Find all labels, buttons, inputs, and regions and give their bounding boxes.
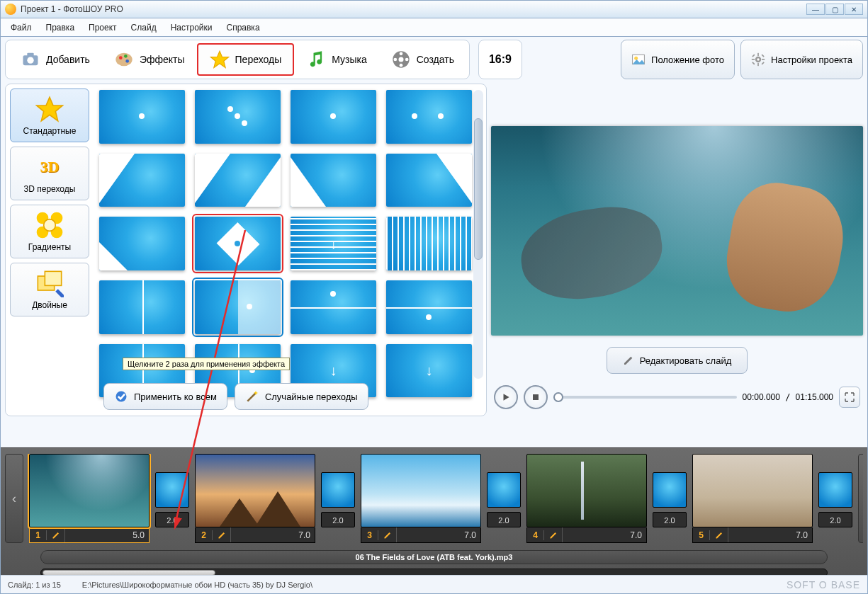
slide-edit-button[interactable] xyxy=(710,527,728,542)
svg-point-31 xyxy=(44,219,56,232)
transition-item[interactable] xyxy=(291,280,376,334)
maximize-button[interactable]: ▢ xyxy=(825,4,844,15)
menu-slide[interactable]: Слайд xyxy=(124,20,164,35)
timeline-next-button[interactable]: › xyxy=(858,454,863,543)
transition-item[interactable] xyxy=(99,154,185,207)
timeline-slide[interactable]: 57.0 xyxy=(692,454,813,543)
transition-duration[interactable]: 2.0 xyxy=(155,512,189,527)
slide-duration[interactable]: 5.0 xyxy=(65,530,149,540)
transition-item[interactable] xyxy=(195,90,281,144)
menu-edit[interactable]: Правка xyxy=(39,20,82,35)
transition-duration[interactable]: 2.0 xyxy=(487,512,521,527)
category-double[interactable]: Двойные xyxy=(10,263,89,316)
edit-slide-button[interactable]: Редактировать слайд xyxy=(607,347,748,374)
svg-point-11 xyxy=(405,58,409,62)
svg-point-1 xyxy=(27,57,33,64)
slide-duration[interactable]: 7.0 xyxy=(231,530,315,540)
slide-number: 5 xyxy=(693,530,710,540)
slide-duration[interactable]: 7.0 xyxy=(563,530,646,540)
category-double-label: Двойные xyxy=(32,300,67,310)
svg-rect-23 xyxy=(752,62,755,64)
photo-position-button[interactable]: Положение фото xyxy=(621,40,735,79)
tool-tabs: Добавить Эффекты Переходы Музыка Создать xyxy=(5,40,470,79)
transition-item[interactable] xyxy=(99,90,185,144)
svg-point-15 xyxy=(634,57,638,60)
apply-icon xyxy=(114,389,128,404)
timeline-transition[interactable]: 2.0 xyxy=(155,454,189,527)
transition-item[interactable]: ↓ xyxy=(386,344,472,398)
transition-item[interactable] xyxy=(386,280,472,334)
transition-item[interactable] xyxy=(195,154,281,207)
transition-item[interactable] xyxy=(291,90,376,144)
timeline-slide[interactable]: 47.0 xyxy=(526,454,647,543)
svg-rect-24 xyxy=(762,62,765,64)
timeline-transition[interactable]: 2.0 xyxy=(321,454,355,527)
project-settings-label: Настройки проекта xyxy=(771,55,852,65)
slide-edit-button[interactable] xyxy=(544,527,563,542)
reel-icon xyxy=(391,50,411,69)
transition-item[interactable] xyxy=(386,154,472,207)
menu-project[interactable]: Проект xyxy=(81,20,124,35)
transition-item[interactable] xyxy=(386,90,472,144)
fullscreen-button[interactable] xyxy=(839,387,860,408)
timeline-slide[interactable]: 27.0 xyxy=(195,454,315,543)
category-3d[interactable]: 3D 3D переходы xyxy=(10,147,89,200)
tab-add[interactable]: Добавить xyxy=(9,43,102,76)
preview-panel: Редактировать слайд 00:00.000 / 01:15.00… xyxy=(491,84,863,416)
slide-edit-button[interactable] xyxy=(47,527,65,542)
pencil-icon xyxy=(52,531,60,539)
tab-music[interactable]: Музыка xyxy=(294,43,379,76)
tab-effects[interactable]: Эффекты xyxy=(102,43,197,76)
slide-number: 3 xyxy=(361,530,378,540)
apply-all-button[interactable]: Применить ко всем xyxy=(103,383,227,410)
transition-item[interactable] xyxy=(386,217,472,270)
slide-edit-button[interactable] xyxy=(213,527,231,542)
transition-item[interactable] xyxy=(99,217,185,270)
slide-duration[interactable]: 7.0 xyxy=(397,530,480,540)
svg-marker-7 xyxy=(210,51,229,67)
transition-duration[interactable]: 2.0 xyxy=(321,512,355,527)
slide-edit-button[interactable] xyxy=(378,527,397,542)
stop-button[interactable] xyxy=(524,385,548,409)
transition-item[interactable] xyxy=(291,154,376,207)
transition-item[interactable]: ↓ xyxy=(291,217,376,270)
transition-duration[interactable]: 2.0 xyxy=(653,512,687,527)
minimize-button[interactable]: — xyxy=(806,4,825,15)
transitions-scrollbar[interactable] xyxy=(473,90,483,379)
menu-file[interactable]: Файл xyxy=(4,20,39,35)
status-slide-count: Слайд: 1 из 15 xyxy=(8,581,61,589)
seek-knob[interactable] xyxy=(553,392,563,402)
timeline-prev-button[interactable]: ‹ xyxy=(5,454,23,543)
svg-point-25 xyxy=(757,58,759,60)
transition-item-selected[interactable] xyxy=(195,217,281,270)
audio-track[interactable]: 06 The Fields of Love (ATB feat. York).m… xyxy=(40,550,828,564)
transition-duration[interactable]: 2.0 xyxy=(818,512,852,527)
transition-item[interactable] xyxy=(99,280,185,334)
timeline-slide[interactable]: 15.0 xyxy=(29,454,150,543)
category-gradients[interactable]: Градиенты xyxy=(10,205,89,258)
timeline-transition[interactable]: 2.0 xyxy=(653,454,687,527)
menu-help[interactable]: Справка xyxy=(219,20,266,35)
svg-line-37 xyxy=(247,393,256,401)
tab-music-label: Музыка xyxy=(332,54,367,65)
transition-tooltip: Щелкните 2 раза для применения эффекта xyxy=(123,358,290,370)
category-standard[interactable]: Стандартные xyxy=(10,88,89,142)
gear-icon xyxy=(751,52,765,67)
close-button[interactable]: ✕ xyxy=(845,4,863,15)
transition-item[interactable] xyxy=(195,280,281,334)
random-transitions-button[interactable]: Случайные переходы xyxy=(235,383,368,410)
tab-transitions[interactable]: Переходы xyxy=(197,43,295,76)
menu-settings[interactable]: Настройки xyxy=(164,20,220,35)
slide-duration[interactable]: 7.0 xyxy=(728,530,812,540)
tab-create[interactable]: Создать xyxy=(379,43,466,76)
watermark: SOFT O BASE xyxy=(787,579,860,590)
play-button[interactable] xyxy=(494,385,518,409)
timeline-transition[interactable]: 2.0 xyxy=(487,454,521,527)
aspect-ratio-badge[interactable]: 16:9 xyxy=(478,40,522,79)
seek-bar[interactable] xyxy=(553,396,737,399)
timeline-transition[interactable]: 2.0 xyxy=(818,454,852,527)
svg-point-13 xyxy=(393,58,397,62)
timeline-slide[interactable]: 37.0 xyxy=(361,454,481,543)
pencil-icon xyxy=(549,531,558,539)
project-settings-button[interactable]: Настройки проекта xyxy=(740,40,863,79)
